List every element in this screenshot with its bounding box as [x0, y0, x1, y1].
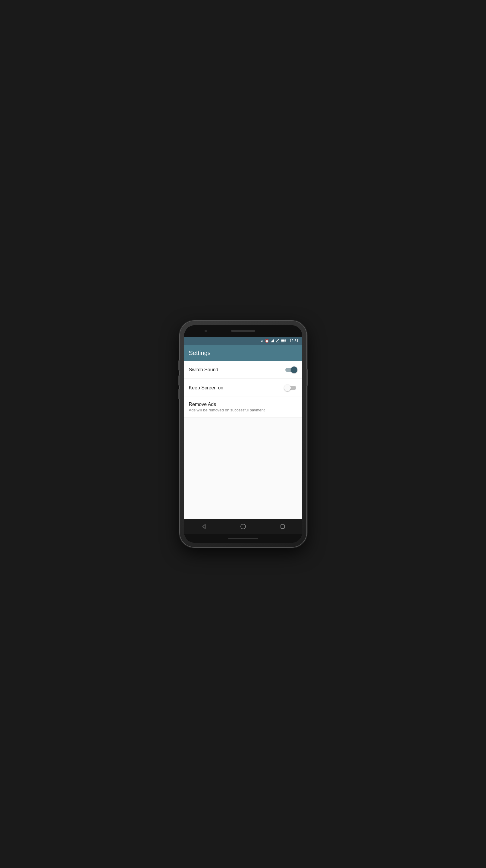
phone-hardware-top: [184, 325, 302, 337]
recent-apps-button[interactable]: [277, 521, 288, 532]
nav-bar: [184, 519, 302, 534]
app-bar: Settings: [184, 345, 302, 361]
status-bar: ✗ ⏰: [184, 337, 302, 345]
phone-screen: ✗ ⏰: [184, 325, 302, 543]
speaker: [231, 330, 255, 332]
keep-screen-toggle-thumb: [284, 384, 291, 391]
keep-screen-label: Keep Screen on: [189, 385, 224, 391]
svg-marker-0: [270, 339, 274, 342]
svg-rect-4: [282, 340, 285, 342]
keep-screen-item[interactable]: Keep Screen on: [184, 379, 302, 397]
home-button[interactable]: [237, 521, 249, 532]
switch-sound-text: Switch Sound: [189, 367, 219, 373]
svg-rect-7: [281, 525, 285, 528]
back-button[interactable]: [198, 521, 209, 532]
switch-sound-toggle[interactable]: [284, 366, 297, 373]
status-icons: ✗ ⏰: [261, 339, 298, 343]
home-bar-indicator: [228, 538, 258, 539]
keep-screen-toggle[interactable]: [284, 384, 297, 392]
status-time: 12:51: [289, 339, 298, 343]
svg-rect-3: [286, 340, 286, 341]
phone-hardware-bottom: [184, 534, 302, 543]
remove-ads-subtitle: Ads will be removed on successful paymen…: [189, 408, 265, 412]
screen: ✗ ⏰: [184, 337, 302, 534]
app-bar-title: Settings: [189, 350, 210, 356]
battery-icon: [281, 339, 286, 343]
remove-ads-item[interactable]: Remove Ads Ads will be removed on succes…: [184, 397, 302, 417]
bluetooth-icon: ✗: [261, 339, 263, 343]
switch-sound-item[interactable]: Switch Sound: [184, 361, 302, 379]
svg-point-6: [241, 524, 246, 529]
remove-ads-label: Remove Ads: [189, 402, 265, 407]
svg-marker-1: [276, 339, 279, 342]
switch-sound-label: Switch Sound: [189, 367, 219, 373]
phone-device: ✗ ⏰: [180, 321, 306, 547]
remove-ads-text: Remove Ads Ads will be removed on succes…: [189, 402, 265, 412]
switch-sound-toggle-thumb: [291, 367, 297, 373]
signal-empty-icon: [276, 339, 279, 343]
alarm-icon: ⏰: [265, 339, 269, 343]
keep-screen-text: Keep Screen on: [189, 385, 224, 391]
svg-marker-5: [203, 524, 205, 529]
signal-full-icon: [270, 339, 274, 343]
camera: [204, 330, 207, 332]
settings-content: Switch Sound Keep Screen on: [184, 361, 302, 519]
